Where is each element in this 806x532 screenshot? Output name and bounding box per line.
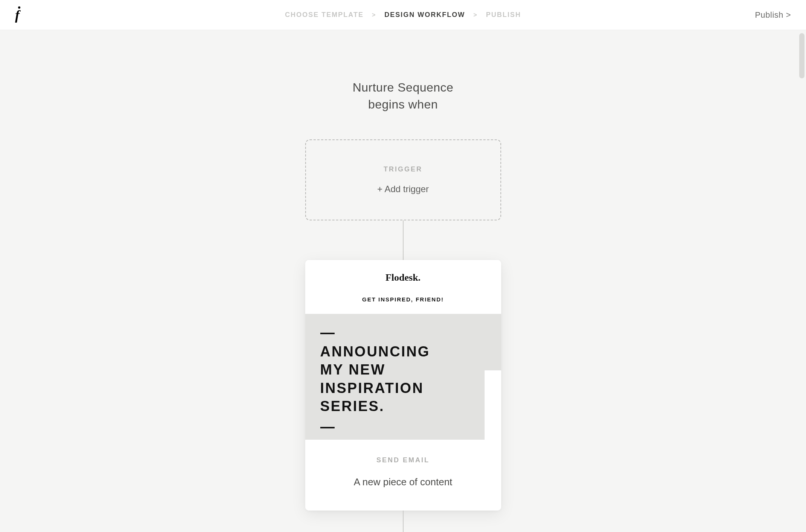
add-trigger-text: + Add trigger <box>377 184 429 194</box>
step-publish[interactable]: PUBLISH <box>486 11 521 19</box>
email-step-type-label: SEND EMAIL <box>313 456 494 464</box>
workflow-title-line2: begins when <box>353 96 454 113</box>
workflow-canvas[interactable]: Nurture Sequence begins when TRIGGER + A… <box>0 30 806 532</box>
email-preview-header: Flodesk. GET INSPIRED, FRIEND! <box>305 260 501 314</box>
trigger-label: TRIGGER <box>384 165 422 173</box>
workflow-title-line1: Nurture Sequence <box>353 79 454 96</box>
divider-icon <box>320 427 335 428</box>
step-breadcrumb: CHOOSE TEMPLATE > DESIGN WORKFLOW > PUBL… <box>285 11 521 19</box>
connector-line <box>403 220 404 260</box>
publish-button[interactable]: Publish > <box>755 10 791 20</box>
top-bar: f CHOOSE TEMPLATE > DESIGN WORKFLOW > PU… <box>0 0 806 30</box>
scrollbar-thumb[interactable] <box>799 33 804 78</box>
email-step-title: A new piece of content <box>313 476 494 488</box>
divider-icon <box>320 333 335 334</box>
email-body-image-placeholder <box>485 370 501 440</box>
workflow-flow: Nurture Sequence begins when TRIGGER + A… <box>0 30 806 532</box>
step-design-workflow[interactable]: DESIGN WORKFLOW <box>384 11 465 19</box>
add-trigger-card[interactable]: TRIGGER + Add trigger <box>305 139 501 220</box>
step-choose-template[interactable]: CHOOSE TEMPLATE <box>285 11 364 19</box>
chevron-right-icon: > <box>372 12 376 18</box>
email-subhead: GET INSPIRED, FRIEND! <box>313 296 494 303</box>
workflow-title: Nurture Sequence begins when <box>353 79 454 113</box>
email-headline: ANNOUNCING MY NEW INSPIRATION SERIES. <box>320 342 456 416</box>
email-brand: Flodesk. <box>313 272 494 283</box>
email-preview-body: ANNOUNCING MY NEW INSPIRATION SERIES. <box>305 314 501 440</box>
email-step-card[interactable]: Flodesk. GET INSPIRED, FRIEND! ANNOUNCIN… <box>305 260 501 511</box>
connector-line <box>403 511 404 532</box>
chevron-right-icon: > <box>473 12 477 18</box>
logo-icon[interactable]: f <box>15 7 20 23</box>
email-step-footer: SEND EMAIL A new piece of content <box>305 440 501 511</box>
